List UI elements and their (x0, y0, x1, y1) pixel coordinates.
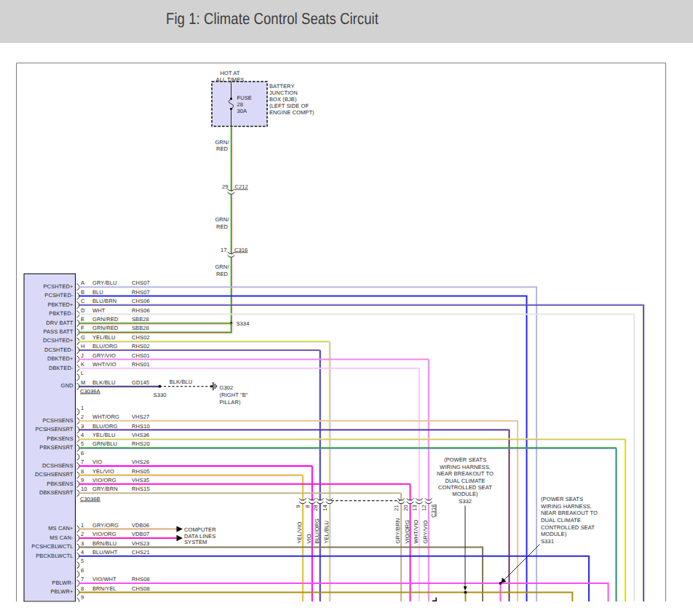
svg-text:PCSHCBLWCTL: PCSHCBLWCTL (31, 543, 73, 550)
svg-text:VHS36: VHS36 (132, 432, 149, 438)
svg-text:BRN/BLU: BRN/BLU (92, 540, 116, 547)
svg-text:VIO/ORG: VIO/ORG (404, 520, 411, 544)
svg-text:DBKTED-: DBKTED- (49, 365, 74, 371)
svg-text:5: 5 (81, 441, 84, 447)
svg-text:GRY/VIO: GRY/VIO (92, 352, 116, 359)
svg-text:C: C (81, 298, 85, 304)
svg-text:BLU: BLU (92, 289, 103, 296)
svg-text:VHS35: VHS35 (132, 477, 149, 483)
svg-text:NEAR BREAKOUT TO: NEAR BREAKOUT TO (541, 510, 598, 516)
svg-text:DBKTED+: DBKTED+ (47, 355, 74, 362)
svg-text:CHS02: CHS02 (132, 334, 150, 341)
svg-text:PBLWR-: PBLWR- (52, 580, 74, 586)
svg-text:RHS01: RHS01 (132, 361, 150, 368)
svg-text:BLU/WHT: BLU/WHT (92, 549, 118, 556)
svg-text:DCSHTED+: DCSHTED+ (43, 337, 74, 344)
svg-text:DUAL CLIMATE: DUAL CLIMATE (541, 517, 581, 524)
svg-text:CHS07: CHS07 (132, 280, 150, 286)
svg-text:CONTROLLED SEAT: CONTROLLED SEAT (438, 484, 492, 491)
svg-text:SBB28: SBB28 (132, 325, 149, 331)
svg-text:BLU/ORG: BLU/ORG (92, 343, 118, 350)
svg-text:C3036A: C3036A (80, 388, 100, 395)
svg-text:GRN/: GRN/ (215, 264, 229, 270)
svg-text:C212: C212 (235, 183, 248, 190)
svg-text:J: J (81, 352, 84, 359)
svg-text:VHS27: VHS27 (132, 414, 149, 420)
svg-text:RHS07: RHS07 (132, 289, 150, 296)
svg-text:7: 7 (81, 459, 84, 465)
svg-text:5: 5 (81, 558, 84, 564)
svg-text:8: 8 (81, 585, 84, 592)
svg-text:MODULE): MODULE) (541, 531, 567, 537)
svg-text:29: 29 (222, 183, 229, 190)
svg-text:BLU/ORG: BLU/ORG (92, 423, 118, 430)
svg-text:GRN/RED: GRN/RED (92, 316, 119, 323)
svg-text:YEL/BLU: YEL/BLU (323, 521, 330, 544)
svg-text:SYSTEM: SYSTEM (184, 539, 207, 545)
svg-text:9: 9 (81, 594, 84, 601)
svg-text:GRY/BLU: GRY/BLU (92, 280, 117, 286)
svg-text:VIO/WHT: VIO/WHT (92, 576, 116, 583)
svg-text:1: 1 (81, 522, 84, 529)
svg-text:13: 13 (411, 505, 418, 511)
svg-text:RED: RED (216, 271, 229, 277)
svg-text:PBLWR+: PBLWR+ (50, 588, 74, 595)
svg-text:8: 8 (81, 468, 84, 475)
svg-text:GRY/VIO: GRY/VIO (422, 521, 429, 544)
svg-text:(POWER SEATS: (POWER SEATS (444, 457, 486, 463)
svg-text:BLK/BLU: BLK/BLU (92, 379, 116, 386)
svg-text:VIO/ORG: VIO/ORG (92, 477, 116, 483)
svg-text:17: 17 (221, 247, 227, 253)
svg-text:VIO: VIO (92, 459, 102, 465)
svg-text:S331: S331 (541, 538, 554, 545)
svg-text:PBKTED-: PBKTED- (49, 310, 74, 317)
svg-text:2: 2 (81, 414, 84, 420)
svg-text:GRN/BLU: GRN/BLU (92, 441, 117, 447)
svg-text:BOX (BJB): BOX (BJB) (269, 96, 297, 103)
svg-text:6: 6 (81, 567, 84, 574)
svg-text:HOT AT: HOT AT (221, 70, 240, 76)
svg-text:FUSE: FUSE (237, 95, 252, 101)
svg-text:SBB28: SBB28 (132, 316, 149, 323)
svg-text:S332: S332 (459, 498, 472, 505)
svg-text:21: 21 (394, 505, 400, 511)
svg-text:3: 3 (81, 423, 84, 430)
svg-text:RHS08: RHS08 (132, 576, 150, 583)
svg-text:MS CAN+: MS CAN+ (48, 525, 74, 532)
svg-text:CHS06: CHS06 (132, 298, 150, 304)
svg-text:WIRING HARNESS,: WIRING HARNESS, (440, 464, 491, 470)
svg-text:RHS15: RHS15 (132, 486, 150, 492)
svg-text:RHS06: RHS06 (132, 307, 150, 314)
svg-text:RHS02: RHS02 (132, 343, 150, 350)
svg-text:10: 10 (81, 486, 87, 492)
svg-text:VIO/ORG: VIO/ORG (92, 531, 116, 537)
svg-text:20: 20 (403, 505, 409, 511)
svg-text:NEAR BREAKOUT TO: NEAR BREAKOUT TO (437, 470, 494, 477)
svg-text:9: 9 (81, 477, 84, 483)
svg-text:C316: C316 (430, 505, 437, 518)
svg-text:DATA LINES: DATA LINES (184, 533, 215, 540)
svg-text:C3036B: C3036B (80, 496, 100, 502)
svg-text:WIRING HARNESS,: WIRING HARNESS, (541, 503, 592, 510)
svg-text:ALL TIMES: ALL TIMES (216, 76, 245, 83)
svg-text:VIO: VIO (306, 534, 312, 543)
svg-text:PBCKBLWCTL: PBCKBLWCTL (36, 553, 73, 559)
svg-text:BLU/ORG: BLU/ORG (314, 518, 320, 544)
svg-text:PBKSENSRT: PBKSENSRT (39, 444, 74, 451)
svg-text:RED: RED (216, 224, 229, 230)
svg-text:2: 2 (81, 531, 84, 537)
svg-text:GRN/: GRN/ (215, 139, 229, 146)
svg-text:(RIGHT "B": (RIGHT "B" (220, 392, 248, 398)
svg-text:M: M (81, 379, 85, 386)
svg-text:S330: S330 (154, 392, 167, 398)
svg-text:8: 8 (304, 505, 311, 508)
svg-text:6: 6 (81, 450, 84, 457)
svg-text:RED: RED (216, 146, 229, 152)
svg-text:PCSHTED+: PCSHTED+ (43, 283, 74, 290)
svg-text:WHT/VIO: WHT/VIO (92, 361, 116, 368)
svg-text:3: 3 (81, 540, 84, 547)
svg-text:YEL/VIO: YEL/VIO (296, 522, 303, 544)
svg-text:DCSHSENS: DCSHSENS (42, 462, 73, 469)
svg-text:PASS BATT: PASS BATT (43, 328, 73, 335)
svg-text:(POWER SEATS: (POWER SEATS (541, 496, 583, 502)
